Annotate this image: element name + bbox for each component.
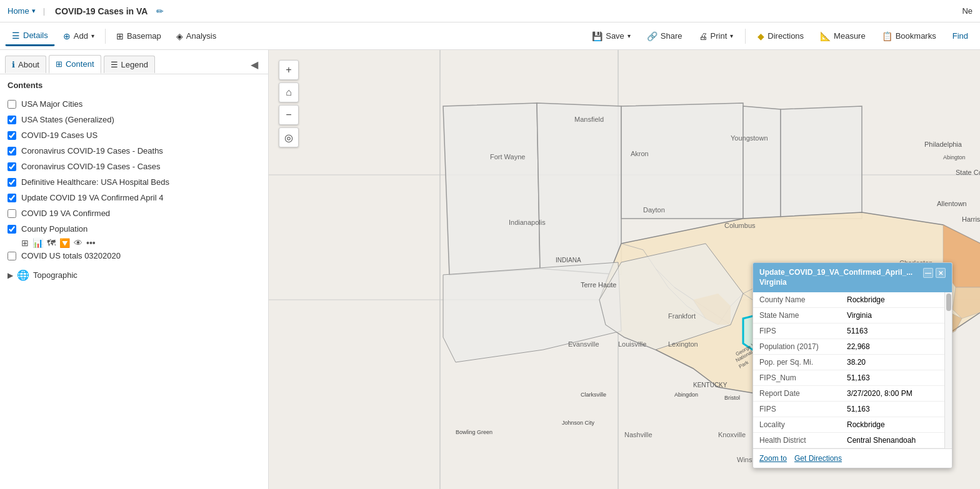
svg-text:Abingdon: Abingdon (674, 392, 698, 398)
get-directions-link[interactable]: Get Directions (794, 454, 842, 463)
layer-item-update-covid-va: Update COVID 19 VA Confirmed April 4 (8, 190, 261, 205)
top-bar-right-text: Ne (962, 6, 972, 16)
details-label: Details (23, 31, 48, 40)
sub-icon-table[interactable]: ⊞ (21, 238, 29, 248)
layer-checkbox-coronavirus-deaths[interactable] (8, 147, 16, 156)
basemap-button[interactable]: ⊞ Basemap (109, 27, 168, 46)
layer-checkbox-usa-states[interactable] (8, 116, 16, 124)
svg-text:Knoxville: Knoxville (718, 431, 746, 438)
layer-checkbox-county-population[interactable] (8, 225, 16, 234)
table-row: Health DistrictCentral Shenandoah (753, 433, 952, 448)
layer-checkbox-covid-us-totals[interactable] (8, 252, 16, 260)
field-key: State Name (753, 308, 841, 324)
layer-item-county-population: County Population (8, 221, 261, 237)
field-key: FIPS (753, 402, 841, 417)
home-button[interactable]: Home ▾ (8, 6, 36, 16)
basemap-icon: ⊞ (116, 31, 124, 41)
table-row: Report Date3/27/2020, 8:00 PM (753, 386, 952, 402)
add-chevron-icon: ▾ (91, 32, 94, 39)
sidebar-collapse-button[interactable]: ◀ (246, 56, 263, 73)
measure-label: Measure (834, 31, 866, 41)
topographic-expand-icon[interactable]: ▶ (8, 271, 13, 280)
analysis-button[interactable]: ◈ Analysis (169, 27, 223, 46)
contents-heading: Contents (8, 81, 261, 90)
field-value: Virginia (841, 308, 952, 324)
popup-header: Update_COVID_19_VA_Confirmed_April_... V… (753, 263, 952, 292)
svg-text:Clarksville: Clarksville (581, 392, 606, 398)
svg-text:Louisville: Louisville (618, 340, 646, 348)
svg-text:Bristol: Bristol (724, 395, 740, 401)
sub-icon-map[interactable]: 🗺 (47, 238, 56, 248)
print-button[interactable]: 🖨 Print ▾ (692, 27, 741, 46)
layer-checkbox-coronavirus-cases[interactable] (8, 162, 16, 171)
svg-text:State College: State College (956, 169, 980, 176)
zoom-to-link[interactable]: Zoom to (759, 454, 787, 463)
tab-about[interactable]: ℹ About (5, 56, 46, 73)
svg-text:Johnson City: Johnson City (562, 420, 595, 426)
save-button[interactable]: 💾 Save ▾ (585, 27, 638, 46)
save-icon: 💾 (592, 31, 602, 41)
popup-scrollbar-thumb (946, 294, 951, 311)
field-key: Report Date (753, 386, 841, 402)
popup-close-button[interactable]: ✕ (936, 268, 946, 278)
svg-text:Frankfort: Frankfort (668, 312, 696, 320)
svg-text:INDIANA: INDIANA (556, 257, 581, 264)
svg-text:Philadelphia: Philadelphia (924, 141, 962, 148)
layer-checkbox-usa-major-cities[interactable] (8, 100, 16, 109)
layer-item-usa-states: USA States (Generalized) (8, 112, 261, 127)
field-value: Central Shenandoah (841, 433, 952, 448)
field-key: Locality (753, 417, 841, 433)
popup-scrollbar[interactable] (944, 292, 952, 448)
svg-text:Bowling Green: Bowling Green (456, 429, 492, 435)
home-label: Home (8, 6, 29, 16)
topographic-label: Topographic (33, 270, 78, 280)
bookmarks-button[interactable]: 📋 Bookmarks (875, 27, 943, 46)
print-icon: 🖨 (699, 31, 708, 41)
county-population-sub-icons: ⊞ 📊 🗺 🔽 👁 ••• (8, 238, 261, 248)
layer-checkbox-hospital-beds[interactable] (8, 178, 16, 187)
field-key: FIPS_Num (753, 370, 841, 386)
svg-text:Lexington: Lexington (668, 340, 698, 348)
directions-button[interactable]: ◆ Directions (751, 27, 811, 46)
details-button[interactable]: ☰ Details (5, 26, 55, 46)
svg-text:Dayton: Dayton (643, 206, 665, 214)
find-button[interactable]: Find (946, 27, 975, 45)
table-row: FIPS51163 (753, 324, 952, 339)
print-chevron-icon: ▾ (730, 32, 733, 39)
field-value: 38.20 (841, 355, 952, 370)
map-area[interactable]: 10 9.9 1 Fort Wayne Akron Youngstown Ind… (269, 50, 980, 489)
layer-checkbox-covid-va-confirmed[interactable] (8, 209, 16, 218)
zoom-in-button[interactable]: + (279, 60, 299, 80)
home-map-button[interactable]: ⌂ (279, 82, 299, 102)
svg-text:Terre Haute: Terre Haute (581, 281, 616, 289)
sub-icon-more[interactable]: ••• (86, 238, 96, 248)
table-row: LocalityRockbridge (753, 417, 952, 433)
svg-text:Indianapolis: Indianapolis (509, 219, 546, 226)
zoom-in-icon: + (286, 64, 291, 76)
svg-text:Evansville: Evansville (568, 340, 599, 348)
field-key: Population (2017) (753, 339, 841, 355)
layer-checkbox-covid19-cases-us[interactable] (8, 131, 16, 140)
location-button[interactable]: ◎ (279, 127, 299, 147)
zoom-out-button[interactable]: − (279, 105, 299, 125)
add-button[interactable]: ⊕ Add ▾ (56, 27, 101, 46)
layer-checkbox-update-covid-va[interactable] (8, 194, 16, 202)
edit-title-icon[interactable]: ✏ (156, 6, 164, 16)
home-map-icon: ⌂ (286, 87, 292, 98)
popup-minimize-button[interactable]: — (923, 268, 933, 278)
find-label: Find (952, 31, 968, 41)
tab-legend[interactable]: ☰ Legend (104, 56, 155, 73)
sub-icon-filter[interactable]: 🔽 (59, 238, 70, 248)
top-bar: Home ▾ | COVID-19 Cases in VA ✏ Ne (0, 0, 980, 22)
tab-content[interactable]: ⊞ Content (49, 55, 101, 74)
measure-button[interactable]: 📐 Measure (813, 27, 872, 46)
svg-text:Youngstown: Youngstown (731, 134, 768, 142)
field-value: Rockbridge (841, 292, 952, 308)
sidebar: ℹ About ⊞ Content ☰ Legend ◀ Contents US… (0, 50, 269, 489)
popup-title: Update_COVID_19_VA_Confirmed_April_... V… (759, 268, 918, 287)
popup-footer: Zoom to Get Directions (753, 448, 952, 468)
popup-header-buttons: — ✕ (923, 268, 946, 278)
sub-icon-visibility[interactable]: 👁 (74, 238, 82, 248)
sub-icon-chart[interactable]: 📊 (32, 238, 43, 248)
share-button[interactable]: 🔗 Share (640, 27, 689, 46)
